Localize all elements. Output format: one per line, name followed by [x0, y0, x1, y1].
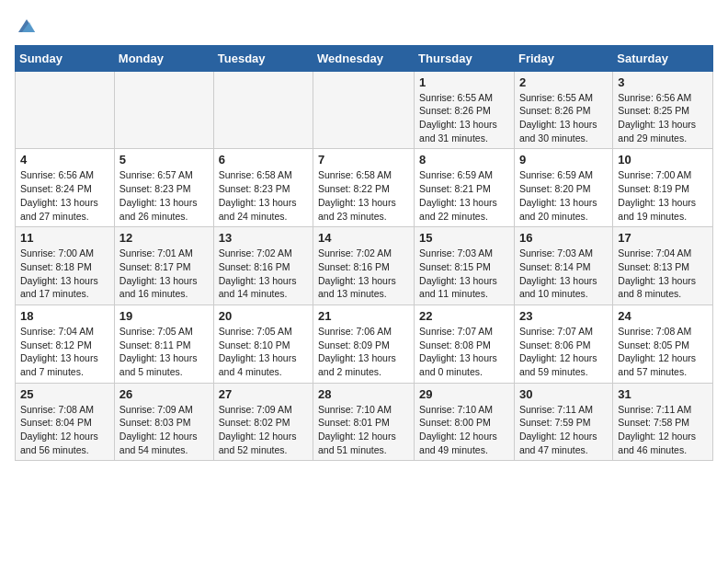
calendar-cell: [213, 71, 313, 149]
day-number: 30: [519, 387, 608, 401]
day-number: 19: [119, 309, 209, 323]
day-number: 9: [519, 153, 608, 167]
cell-content: Sunrise: 7:03 AM Sunset: 8:14 PM Dayligh…: [519, 247, 608, 301]
calendar-cell: 12Sunrise: 7:01 AM Sunset: 8:17 PM Dayli…: [114, 227, 213, 305]
day-header-sunday: Sunday: [16, 45, 115, 71]
calendar-cell: 19Sunrise: 7:05 AM Sunset: 8:11 PM Dayli…: [114, 304, 213, 383]
day-number: 22: [419, 309, 509, 323]
day-number: 29: [419, 387, 509, 401]
cell-content: Sunrise: 7:04 AM Sunset: 8:12 PM Dayligh…: [20, 325, 109, 379]
cell-content: Sunrise: 7:10 AM Sunset: 8:01 PM Dayligh…: [318, 403, 409, 457]
calendar-cell: 6Sunrise: 6:58 AM Sunset: 8:23 PM Daylig…: [213, 149, 313, 227]
calendar-week-row: 11Sunrise: 7:00 AM Sunset: 8:18 PM Dayli…: [16, 227, 713, 305]
calendar-week-row: 25Sunrise: 7:08 AM Sunset: 8:04 PM Dayli…: [16, 383, 713, 461]
cell-content: Sunrise: 7:08 AM Sunset: 8:05 PM Dayligh…: [618, 325, 708, 379]
day-number: 1: [419, 75, 509, 89]
calendar-cell: 24Sunrise: 7:08 AM Sunset: 8:05 PM Dayli…: [613, 304, 713, 383]
cell-content: Sunrise: 7:02 AM Sunset: 8:16 PM Dayligh…: [219, 247, 308, 301]
day-number: 15: [419, 231, 509, 245]
day-header-wednesday: Wednesday: [313, 45, 415, 71]
calendar-cell: 5Sunrise: 6:57 AM Sunset: 8:23 PM Daylig…: [114, 149, 213, 227]
cell-content: Sunrise: 7:10 AM Sunset: 8:00 PM Dayligh…: [419, 403, 509, 457]
day-number: 7: [318, 153, 409, 167]
day-number: 11: [20, 231, 109, 245]
calendar-cell: 31Sunrise: 7:11 AM Sunset: 7:58 PM Dayli…: [613, 383, 713, 461]
cell-content: Sunrise: 6:56 AM Sunset: 8:25 PM Dayligh…: [618, 91, 708, 145]
calendar-cell: 30Sunrise: 7:11 AM Sunset: 7:59 PM Dayli…: [514, 383, 612, 461]
cell-content: Sunrise: 7:07 AM Sunset: 8:08 PM Dayligh…: [419, 325, 509, 379]
cell-content: Sunrise: 7:04 AM Sunset: 8:13 PM Dayligh…: [618, 247, 708, 301]
cell-content: Sunrise: 7:01 AM Sunset: 8:17 PM Dayligh…: [119, 247, 209, 301]
calendar-cell: 29Sunrise: 7:10 AM Sunset: 8:00 PM Dayli…: [415, 383, 515, 461]
day-number: 31: [618, 387, 708, 401]
calendar-cell: [313, 71, 415, 149]
calendar-cell: 13Sunrise: 7:02 AM Sunset: 8:16 PM Dayli…: [213, 227, 313, 305]
logo-icon: [17, 17, 37, 34]
day-header-tuesday: Tuesday: [213, 45, 313, 71]
calendar-cell: 27Sunrise: 7:09 AM Sunset: 8:02 PM Dayli…: [213, 383, 313, 461]
cell-content: Sunrise: 7:11 AM Sunset: 7:58 PM Dayligh…: [618, 403, 708, 457]
calendar-cell: 7Sunrise: 6:58 AM Sunset: 8:22 PM Daylig…: [313, 149, 415, 227]
day-number: 3: [618, 75, 708, 89]
cell-content: Sunrise: 7:05 AM Sunset: 8:11 PM Dayligh…: [119, 325, 209, 379]
calendar-cell: 28Sunrise: 7:10 AM Sunset: 8:01 PM Dayli…: [313, 383, 415, 461]
day-number: 8: [419, 153, 509, 167]
cell-content: Sunrise: 7:00 AM Sunset: 8:19 PM Dayligh…: [618, 168, 708, 223]
cell-content: Sunrise: 7:07 AM Sunset: 8:06 PM Dayligh…: [519, 325, 608, 379]
day-number: 24: [618, 309, 708, 323]
day-number: 28: [318, 387, 409, 401]
cell-content: Sunrise: 6:58 AM Sunset: 8:23 PM Dayligh…: [219, 168, 308, 223]
cell-content: Sunrise: 7:05 AM Sunset: 8:10 PM Dayligh…: [219, 325, 308, 379]
day-header-monday: Monday: [114, 45, 213, 71]
cell-content: Sunrise: 7:03 AM Sunset: 8:15 PM Dayligh…: [419, 247, 509, 301]
cell-content: Sunrise: 7:02 AM Sunset: 8:16 PM Dayligh…: [318, 247, 409, 301]
day-number: 14: [318, 231, 409, 245]
calendar-cell: 17Sunrise: 7:04 AM Sunset: 8:13 PM Dayli…: [613, 227, 713, 305]
cell-content: Sunrise: 6:59 AM Sunset: 8:21 PM Dayligh…: [419, 168, 509, 223]
cell-content: Sunrise: 7:09 AM Sunset: 8:03 PM Dayligh…: [119, 403, 209, 457]
cell-content: Sunrise: 7:00 AM Sunset: 8:18 PM Dayligh…: [20, 247, 109, 301]
calendar-table: SundayMondayTuesdayWednesdayThursdayFrid…: [15, 45, 713, 462]
day-number: 25: [20, 387, 109, 401]
calendar-cell: 23Sunrise: 7:07 AM Sunset: 8:06 PM Dayli…: [514, 304, 612, 383]
cell-content: Sunrise: 7:08 AM Sunset: 8:04 PM Dayligh…: [20, 403, 109, 457]
day-number: 17: [618, 231, 708, 245]
calendar-header-row: SundayMondayTuesdayWednesdayThursdayFrid…: [16, 45, 713, 71]
cell-content: Sunrise: 7:11 AM Sunset: 7:59 PM Dayligh…: [519, 403, 608, 457]
calendar-week-row: 18Sunrise: 7:04 AM Sunset: 8:12 PM Dayli…: [16, 304, 713, 383]
day-number: 2: [519, 75, 608, 89]
day-header-saturday: Saturday: [613, 45, 713, 71]
calendar-cell: 20Sunrise: 7:05 AM Sunset: 8:10 PM Dayli…: [213, 304, 313, 383]
calendar-cell: 26Sunrise: 7:09 AM Sunset: 8:03 PM Dayli…: [114, 383, 213, 461]
cell-content: Sunrise: 7:06 AM Sunset: 8:09 PM Dayligh…: [318, 325, 409, 379]
calendar-cell: 2Sunrise: 6:55 AM Sunset: 8:26 PM Daylig…: [514, 71, 612, 149]
day-number: 27: [219, 387, 308, 401]
logo: [15, 15, 37, 34]
cell-content: Sunrise: 6:58 AM Sunset: 8:22 PM Dayligh…: [318, 168, 409, 223]
calendar-cell: 16Sunrise: 7:03 AM Sunset: 8:14 PM Dayli…: [514, 227, 612, 305]
calendar-cell: 14Sunrise: 7:02 AM Sunset: 8:16 PM Dayli…: [313, 227, 415, 305]
page-header: [15, 15, 713, 34]
cell-content: Sunrise: 6:55 AM Sunset: 8:26 PM Dayligh…: [519, 91, 608, 145]
day-number: 5: [119, 153, 209, 167]
calendar-cell: 3Sunrise: 6:56 AM Sunset: 8:25 PM Daylig…: [613, 71, 713, 149]
day-number: 10: [618, 153, 708, 167]
calendar-cell: 18Sunrise: 7:04 AM Sunset: 8:12 PM Dayli…: [16, 304, 115, 383]
day-number: 12: [119, 231, 209, 245]
cell-content: Sunrise: 7:09 AM Sunset: 8:02 PM Dayligh…: [219, 403, 308, 457]
cell-content: Sunrise: 6:57 AM Sunset: 8:23 PM Dayligh…: [119, 168, 209, 223]
cell-content: Sunrise: 6:56 AM Sunset: 8:24 PM Dayligh…: [20, 168, 109, 223]
day-number: 23: [519, 309, 608, 323]
calendar-week-row: 4Sunrise: 6:56 AM Sunset: 8:24 PM Daylig…: [16, 149, 713, 227]
calendar-cell: 22Sunrise: 7:07 AM Sunset: 8:08 PM Dayli…: [415, 304, 515, 383]
calendar-cell: 11Sunrise: 7:00 AM Sunset: 8:18 PM Dayli…: [16, 227, 115, 305]
cell-content: Sunrise: 6:55 AM Sunset: 8:26 PM Dayligh…: [419, 91, 509, 145]
calendar-cell: 25Sunrise: 7:08 AM Sunset: 8:04 PM Dayli…: [16, 383, 115, 461]
calendar-cell: [114, 71, 213, 149]
day-number: 20: [219, 309, 308, 323]
day-number: 4: [20, 153, 109, 167]
calendar-cell: [16, 71, 115, 149]
day-header-friday: Friday: [514, 45, 612, 71]
day-number: 21: [318, 309, 409, 323]
calendar-cell: 9Sunrise: 6:59 AM Sunset: 8:20 PM Daylig…: [514, 149, 612, 227]
